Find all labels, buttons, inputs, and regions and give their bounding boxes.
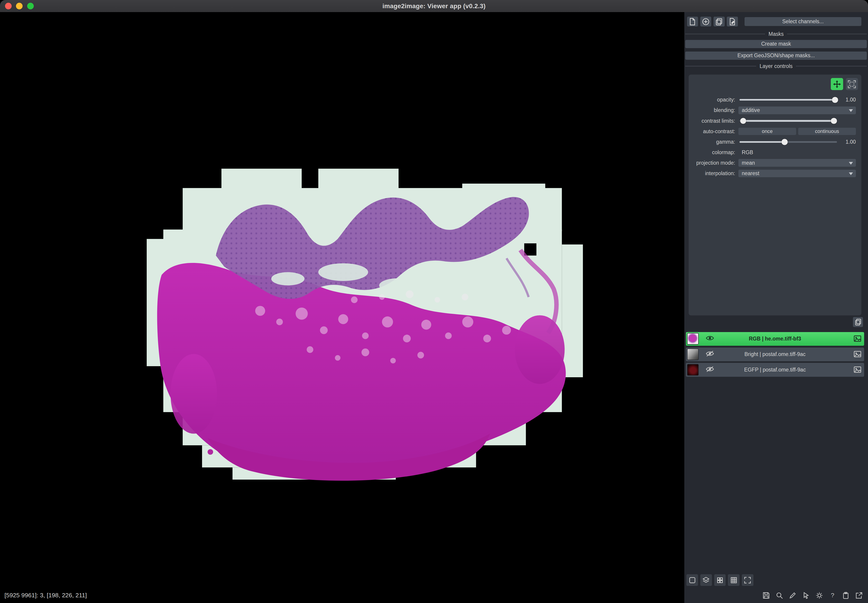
chevron-down-icon [849,109,853,112]
interpolation-value: nearest [742,170,760,176]
status-bar: [5925 9961]: 3, [198, 226, 211] [0,588,684,603]
image-layer-icon [854,335,861,342]
layer-controls-section-label: Layer controls [760,63,793,70]
contrast-limits-slider[interactable] [738,117,838,125]
clipboard-icon[interactable] [842,591,851,600]
layer-controls-section-header: Layer controls [685,63,867,70]
blending-label: blending: [691,107,739,113]
close-button[interactable] [5,3,12,9]
add-circle-button[interactable] [700,17,711,27]
blending-row: blending: additive [691,105,856,116]
layer-name: RGB | he.ome.tiff-bf3 [686,332,864,346]
projection-mode-value: mean [742,160,755,166]
projection-mode-dropdown[interactable]: mean [738,159,856,167]
zoom-button[interactable] [27,3,34,9]
export-masks-button[interactable]: Export GeoJSON/shape masks... [685,51,867,60]
minimize-button[interactable] [16,3,23,9]
opacity-row: opacity: 1.00 [691,95,856,105]
gamma-value: 1.00 [838,139,856,145]
app-window: image2image: Viewer app (v0.2.3) [0,0,868,603]
contrast-limits-row: contrast limits: [691,116,856,126]
colormap-value: RGB [738,149,753,156]
duplicate-file-button[interactable] [713,17,725,27]
interpolation-dropdown[interactable]: nearest [738,170,856,178]
gamma-label: gamma: [691,139,739,145]
interpolation-row: interpolation: nearest [691,168,856,179]
cursor-coordinates: [5925 9961]: 3, [198, 226, 211] [0,592,87,599]
blending-value: additive [742,107,760,113]
auto-contrast-continuous-button[interactable]: continuous [798,128,856,135]
layer-row-bright[interactable]: Bright | postaf.ome.tiff-9ac [686,348,864,362]
layer-mode-buttons [831,78,858,90]
grid-large-button[interactable] [728,574,739,586]
magnifier-icon[interactable] [775,591,784,600]
gamma-slider[interactable] [738,138,838,145]
select-channels-button[interactable]: Select channels... [744,17,861,26]
opacity-value: 1.00 [838,97,856,103]
layer-name: EGFP | postaf.ome.tiff-9ac [686,363,864,377]
colormap-row: colormap: RGB [691,147,856,158]
grid-small-button[interactable] [714,574,726,586]
opacity-slider[interactable] [738,96,838,104]
projection-mode-label: projection mode: [691,160,739,166]
gamma-row: gamma: 1.00 [691,137,856,147]
masks-section-label: Masks [769,31,784,37]
histology-image [0,12,684,588]
pen-icon[interactable] [788,591,797,600]
cursor-icon[interactable] [801,591,811,600]
home-expand-button[interactable] [742,574,753,586]
traffic-lights [5,3,34,9]
status-bar-tools: ? [684,588,868,603]
layer-row-rgb[interactable]: RGB | he.ome.tiff-bf3 [686,332,864,346]
brightness-icon[interactable] [815,591,824,600]
window-title: image2image: Viewer app (v0.2.3) [383,3,485,10]
save-icon[interactable] [762,591,770,600]
image-layer-icon [854,366,861,373]
external-window-icon[interactable] [855,591,864,600]
projection-mode-row: projection mode: mean [691,158,856,168]
auto-contrast-once-button[interactable]: once [738,128,796,135]
chevron-down-icon [849,172,853,175]
viewer-buttons [687,574,753,586]
layer-row-egfp[interactable]: EGFP | postaf.ome.tiff-9ac [686,363,864,377]
selection-square-button[interactable] [687,574,698,586]
chevron-down-icon [849,162,853,165]
create-mask-button[interactable]: Create mask [685,40,867,48]
blending-dropdown[interactable]: additive [738,107,856,114]
file-toolbar [687,17,738,27]
layer-name: Bright | postaf.ome.tiff-9ac [686,348,864,362]
opacity-label: opacity: [691,97,739,103]
image-layer-icon [854,351,861,357]
help-icon[interactable]: ? [828,591,837,600]
contrast-limits-label: contrast limits: [691,118,739,124]
interpolation-label: interpolation: [691,170,739,176]
copy-layer-button[interactable] [853,317,863,327]
control-panel: Select channels... Masks Create mask Exp… [684,12,868,588]
auto-contrast-row: auto-contrast: once continuous [691,126,856,137]
masks-section-header: Masks [685,31,867,37]
pan-move-button[interactable] [831,78,843,90]
colormap-label: colormap: [691,149,739,156]
titlebar: image2image: Viewer app (v0.2.3) [0,0,868,12]
transform-button[interactable] [846,78,858,90]
layers-button[interactable] [700,574,712,586]
viewer-canvas[interactable] [0,12,684,588]
layer-controls-rows: opacity: 1.00 blending: additive [691,95,856,179]
new-file-button[interactable] [687,17,698,27]
edit-file-button[interactable] [727,17,738,27]
auto-contrast-label: auto-contrast: [691,128,739,135]
layer-controls-panel: opacity: 1.00 blending: additive [689,74,861,315]
